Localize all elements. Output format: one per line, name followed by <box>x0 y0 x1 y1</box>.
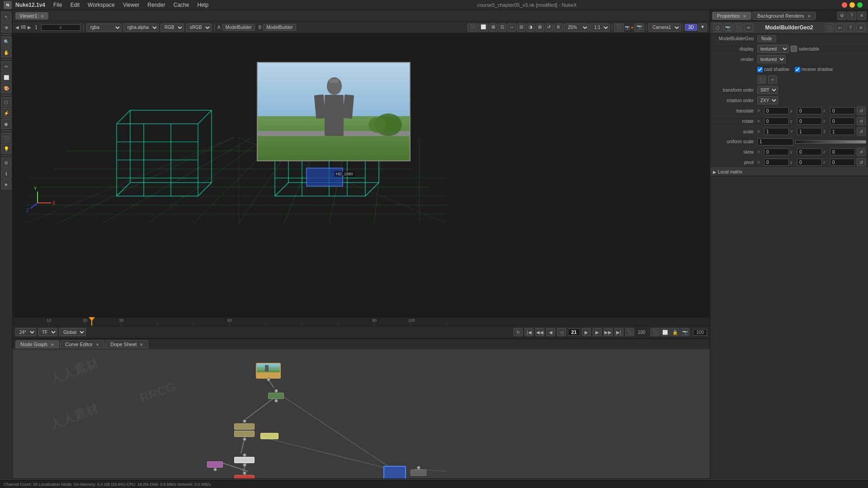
viewer-3d-content[interactable]: X Y Z <box>13 33 710 317</box>
zoom-select[interactable]: 25%50%100% <box>564 23 589 32</box>
properties-close[interactable]: ✕ <box>743 14 746 19</box>
camera-name-select[interactable]: Camera1 <box>648 23 681 32</box>
node-purple[interactable] <box>207 461 223 471</box>
tl-icon-1[interactable]: ⬛ <box>651 328 660 336</box>
node-merge1[interactable] <box>268 389 284 403</box>
pivot-z[interactable] <box>830 159 855 166</box>
record-btn[interactable]: ⬛ <box>625 328 634 336</box>
props-close[interactable]: ✕ <box>856 23 865 32</box>
transform-icon-1[interactable]: ⬛ <box>757 75 766 84</box>
tool-info[interactable]: ℹ <box>1 169 11 178</box>
rp-tab-properties[interactable]: Properties ✕ <box>712 12 751 20</box>
tab-curve-editor[interactable]: Curve Editor ✕ <box>60 340 104 348</box>
dope-sheet-close[interactable]: ✕ <box>140 343 143 347</box>
node-blue-right[interactable] <box>383 466 406 479</box>
tool-settings[interactable]: ⚙ <box>1 158 11 168</box>
receive-shadow-label[interactable]: receive shadow <box>795 67 833 72</box>
viewer-tab[interactable]: Viewer1 ✕ <box>15 12 48 19</box>
view-icon-6[interactable]: ⊟ <box>517 23 525 32</box>
menu-edit[interactable]: Edit <box>66 1 83 9</box>
pivot-x[interactable] <box>764 159 789 166</box>
fps-select[interactable]: 24*2530 <box>15 328 36 336</box>
transform-order-select[interactable]: SRTSTRRSTRTSTSRTRS <box>757 86 778 94</box>
props-help[interactable]: ? <box>846 23 855 32</box>
tool-eraser[interactable]: ⬜ <box>1 72 11 82</box>
view-icon-9[interactable]: ↺ <box>545 23 553 32</box>
node-gray-right[interactable] <box>410 466 426 476</box>
menu-file[interactable]: File <box>50 1 66 9</box>
translate-x[interactable] <box>764 107 789 114</box>
node-stack1[interactable] <box>234 419 255 441</box>
next-btn[interactable]: ▶ <box>593 328 602 336</box>
3d-mode-btn[interactable]: 3D <box>685 24 697 31</box>
props-icon-2[interactable]: 📷 <box>723 23 732 32</box>
props-action-1[interactable]: ⬛ <box>825 23 834 32</box>
props-icon-3[interactable]: ⬛ <box>734 23 743 32</box>
display-select[interactable]: textured off wireframe <box>757 45 789 53</box>
tool-3d[interactable]: ⬛ <box>1 133 11 143</box>
rotate-z[interactable] <box>830 117 855 125</box>
local-matrix-header[interactable]: ▶ Local matrix <box>710 168 868 176</box>
tool-color[interactable]: 🎨 <box>1 83 11 93</box>
scale-z[interactable] <box>830 128 855 135</box>
prev-btn[interactable]: ◀ <box>546 328 555 336</box>
view-icon-3[interactable]: ⊞ <box>489 23 497 32</box>
display-toggle[interactable] <box>791 46 797 52</box>
alpha-select[interactable]: rgba.alpha <box>123 23 159 32</box>
menu-cache[interactable]: Cache <box>170 1 193 9</box>
rp-icon-1[interactable]: ⚙ <box>837 12 846 20</box>
rotate-x[interactable] <box>764 117 789 125</box>
cast-shadow-label[interactable]: cast shadow <box>757 67 789 72</box>
view-icon-4[interactable]: ⊡ <box>498 23 506 32</box>
colorspace-a-select[interactable]: RGB <box>160 23 184 32</box>
viewer-tab-close[interactable]: ✕ <box>41 14 44 19</box>
props-icon-4[interactable]: ✏ <box>744 23 753 32</box>
skew-z[interactable] <box>830 148 855 155</box>
scale-x[interactable] <box>764 128 789 135</box>
menu-workspace[interactable]: Workspace <box>84 1 118 9</box>
tl-icon-2[interactable]: ⬜ <box>660 328 670 336</box>
scale-reset[interactable]: ↺ <box>857 127 866 136</box>
skip-end-btn[interactable]: ▶| <box>614 328 623 336</box>
minimize-button[interactable] <box>849 2 855 8</box>
node-graph-close[interactable]: ✕ <box>51 343 54 347</box>
render-select[interactable]: textured off <box>757 55 786 63</box>
pivot-reset[interactable]: ↺ <box>857 158 866 166</box>
menu-help[interactable]: Help <box>193 1 212 9</box>
3d-icon[interactable]: ⬛ <box>614 23 624 32</box>
tool-roto[interactable]: ◉ <box>1 119 11 129</box>
rp-close-all[interactable]: ✕ <box>857 12 866 20</box>
view-icon-8[interactable]: ⊞ <box>536 23 544 32</box>
input-b-node[interactable]: ModelBuilder <box>263 24 296 31</box>
rotation-order-select[interactable]: ZXYXYZXZYYXZYZXZYX <box>757 96 778 104</box>
tool-light[interactable]: 💡 <box>1 144 11 154</box>
tf-select[interactable]: TF <box>38 328 57 336</box>
tool-connect[interactable]: ⚡ <box>1 108 11 118</box>
scope-select[interactable]: Global <box>59 328 86 336</box>
tl-icon-4[interactable]: 📷 <box>680 328 689 336</box>
view-icon-1[interactable]: ⬛ <box>467 23 477 32</box>
loop-btn[interactable]: ↻ <box>514 328 523 336</box>
next-frame-btn[interactable]: ▶▶ <box>604 328 613 336</box>
tab-node-graph[interactable]: Node Graph ✕ <box>15 340 59 348</box>
input-a-node[interactable]: ModelBuilder <box>222 24 255 31</box>
arrow-prev-icon[interactable]: ◀ <box>15 25 19 30</box>
skew-reset[interactable]: ↺ <box>857 148 866 156</box>
receive-shadow-checkbox[interactable] <box>795 67 800 72</box>
translate-z[interactable] <box>830 107 855 114</box>
prev-frame-btn[interactable]: ◀◀ <box>535 328 544 336</box>
pivot-y[interactable] <box>797 159 822 166</box>
play-btn[interactable]: ▶ <box>582 328 591 336</box>
transform-icon-2[interactable]: + <box>768 75 777 84</box>
view-icon-2[interactable]: ⬜ <box>478 23 488 32</box>
node-red[interactable] <box>234 471 255 479</box>
tool-pan[interactable]: ✋ <box>1 47 11 57</box>
tl-icon-3[interactable]: 🔒 <box>670 328 679 336</box>
playback-end[interactable]: 100 <box>693 329 707 336</box>
uniform-scale-slider[interactable] <box>795 140 866 144</box>
view-icon-10[interactable]: ⏸ <box>554 23 563 32</box>
view-icon-7[interactable]: ◑ <box>526 23 535 32</box>
uniform-scale-input[interactable] <box>757 138 793 145</box>
cast-shadow-checkbox[interactable] <box>757 67 763 72</box>
maximize-button[interactable] <box>857 2 863 8</box>
